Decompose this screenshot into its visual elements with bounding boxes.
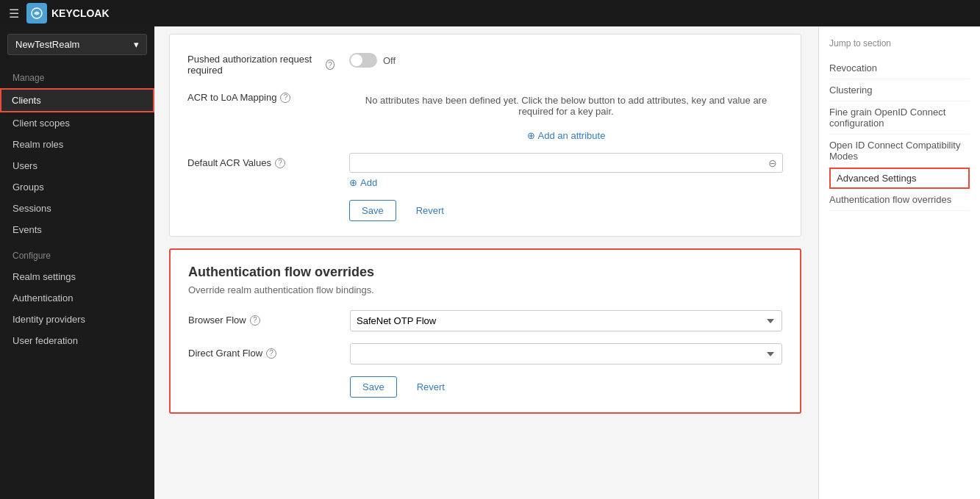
clear-icon[interactable]: ⊖ — [768, 157, 777, 169]
sidebar-item-user-federation[interactable]: User federation — [0, 330, 154, 351]
pushed-auth-label: Pushed authorization request required ? — [187, 49, 335, 76]
jump-link-fine-grain[interactable]: Fine grain OpenID Connect configuration — [829, 101, 970, 134]
pushed-auth-toggle[interactable] — [349, 53, 377, 68]
realm-name: NewTestRealm — [15, 39, 79, 50]
sidebar-item-realm-roles[interactable]: Realm roles — [0, 134, 154, 155]
default-acr-input-wrap: ⊖ — [349, 153, 783, 173]
browser-flow-help-icon[interactable]: ? — [250, 315, 260, 326]
pushed-auth-toggle-label: Off — [383, 55, 396, 66]
direct-grant-flow-control: browser direct grant registration — [350, 343, 782, 365]
acr-empty-message: No attributes have been defined yet. Cli… — [349, 87, 783, 124]
default-acr-label: Default ACR Values ? — [187, 153, 335, 168]
browser-flow-label: Browser Flow ? — [188, 310, 335, 326]
jump-link-auth-flow-overrides[interactable]: Authentication flow overrides — [829, 189, 970, 211]
auth-flow-btn-row: Save Revert — [188, 376, 782, 398]
sidebar: NewTestRealm ▾ Manage Clients Client sco… — [0, 26, 154, 499]
acr-mapping-label: ACR to LoA Mapping ? — [187, 87, 335, 103]
auth-flow-overrides-card: Authentication flow overrides Override r… — [169, 248, 801, 414]
pushed-auth-toggle-wrap: Off — [349, 49, 783, 68]
sidebar-item-users[interactable]: Users — [0, 155, 154, 176]
sidebar-item-groups[interactable]: Groups — [0, 176, 154, 198]
sidebar-item-client-scopes[interactable]: Client scopes — [0, 112, 154, 134]
sidebar-item-authentication[interactable]: Authentication — [0, 287, 154, 309]
auth-flow-save-button[interactable]: Save — [350, 376, 397, 398]
default-acr-help-icon[interactable]: ? — [275, 158, 285, 168]
default-acr-add-link[interactable]: ⊕ Add — [349, 177, 783, 188]
jump-to-title: Jump to section — [829, 38, 970, 49]
jump-link-revocation[interactable]: Revocation — [829, 57, 970, 79]
logo: KEYCLOAK — [26, 3, 110, 24]
add-plus-icon: ⊕ — [349, 177, 357, 188]
hamburger-icon[interactable]: ☰ — [9, 7, 19, 21]
realm-dropdown-arrow: ▾ — [134, 39, 139, 50]
sidebar-item-clients[interactable]: Clients — [0, 88, 154, 112]
logo-icon — [26, 3, 47, 24]
acr-mapping-row: ACR to LoA Mapping ? No attributes have … — [187, 87, 783, 141]
content-area: Pushed authorization request required ? … — [154, 26, 818, 499]
pushed-auth-help-icon[interactable]: ? — [326, 60, 335, 70]
sidebar-item-events[interactable]: Events — [0, 219, 154, 240]
direct-grant-help-icon[interactable]: ? — [266, 348, 276, 359]
sidebar-item-sessions[interactable]: Sessions — [0, 198, 154, 219]
direct-grant-flow-row: Direct Grant Flow ? browser direct grant… — [188, 343, 782, 365]
top-revert-button[interactable]: Revert — [404, 200, 457, 221]
logo-text: KEYCLOAK — [51, 7, 110, 19]
direct-grant-flow-select[interactable]: browser direct grant registration — [350, 343, 782, 365]
sidebar-item-configure: Configure — [0, 240, 154, 266]
pushed-auth-row: Pushed authorization request required ? … — [187, 49, 783, 76]
top-save-button[interactable]: Save — [349, 200, 396, 221]
auth-flow-revert-button[interactable]: Revert — [404, 376, 457, 398]
browser-flow-row: Browser Flow ? SafeNet OTP Flow browser … — [188, 310, 782, 331]
auth-flow-title: Authentication flow overrides — [188, 265, 782, 280]
jump-link-openid-compat[interactable]: Open ID Connect Compatibility Modes — [829, 134, 970, 168]
realm-selector[interactable]: NewTestRealm ▾ — [7, 34, 147, 55]
default-acr-control: ⊖ ⊕ Add — [349, 153, 783, 188]
add-attribute-link[interactable]: ⊕ Add an attribute — [349, 130, 783, 141]
direct-grant-flow-label: Direct Grant Flow ? — [188, 343, 335, 359]
jump-link-clustering[interactable]: Clustering — [829, 79, 970, 101]
sidebar-item-manage[interactable]: Manage — [0, 62, 154, 88]
top-card-btn-row: Save Revert — [187, 200, 783, 221]
acr-mapping-control: No attributes have been defined yet. Cli… — [349, 87, 783, 141]
plus-icon: ⊕ — [527, 130, 535, 141]
pushed-auth-control: Off — [349, 49, 783, 68]
default-acr-row: Default ACR Values ? ⊖ ⊕ Add — [187, 153, 783, 188]
advanced-settings-card: Pushed authorization request required ? … — [169, 34, 801, 237]
browser-flow-select[interactable]: SafeNet OTP Flow browser direct grant re… — [350, 310, 782, 331]
toggle-knob — [351, 54, 362, 66]
sidebar-item-realm-settings[interactable]: Realm settings — [0, 266, 154, 287]
auth-flow-subtitle: Override realm authentication flow bindi… — [188, 284, 782, 295]
sidebar-item-identity-providers[interactable]: Identity providers — [0, 309, 154, 330]
browser-flow-control: SafeNet OTP Flow browser direct grant re… — [350, 310, 782, 331]
top-navigation: ☰ KEYCLOAK — [0, 0, 980, 26]
default-acr-input[interactable] — [349, 153, 783, 173]
right-panel: Jump to section Revocation Clustering Fi… — [818, 26, 980, 499]
jump-link-advanced-settings[interactable]: Advanced Settings — [829, 168, 970, 189]
acr-mapping-help-icon[interactable]: ? — [280, 93, 290, 103]
